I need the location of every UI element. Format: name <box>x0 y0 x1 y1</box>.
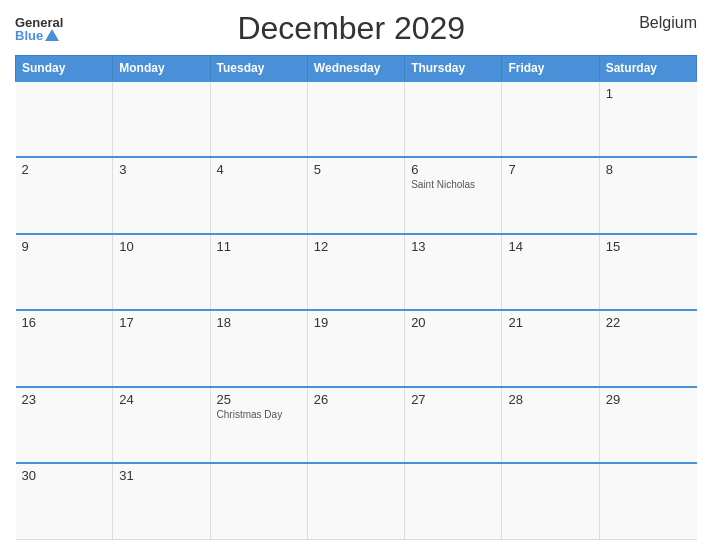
calendar-cell: 17 <box>113 310 210 386</box>
day-number: 4 <box>217 162 301 177</box>
day-number: 20 <box>411 315 495 330</box>
day-number: 12 <box>314 239 398 254</box>
calendar-week-row: 3031 <box>16 463 697 539</box>
event-label: Christmas Day <box>217 409 301 420</box>
calendar-week-row: 1 <box>16 81 697 157</box>
day-number: 9 <box>22 239 107 254</box>
calendar-cell: 10 <box>113 234 210 310</box>
calendar-cell <box>113 81 210 157</box>
calendar-cell: 19 <box>307 310 404 386</box>
calendar-cell <box>307 463 404 539</box>
day-number: 25 <box>217 392 301 407</box>
calendar-cell: 24 <box>113 387 210 463</box>
logo-triangle-icon <box>45 29 59 41</box>
calendar-cell: 21 <box>502 310 599 386</box>
calendar-cell: 30 <box>16 463 113 539</box>
calendar-cell: 29 <box>599 387 696 463</box>
calendar-cell: 2 <box>16 157 113 233</box>
calendar-cell: 1 <box>599 81 696 157</box>
calendar-cell: 4 <box>210 157 307 233</box>
calendar-cell: 12 <box>307 234 404 310</box>
day-number: 30 <box>22 468 107 483</box>
calendar-cell <box>210 463 307 539</box>
calendar-week-row: 232425Christmas Day26272829 <box>16 387 697 463</box>
day-number: 29 <box>606 392 691 407</box>
day-number: 8 <box>606 162 691 177</box>
weekday-header-saturday: Saturday <box>599 56 696 82</box>
day-number: 2 <box>22 162 107 177</box>
calendar-cell: 27 <box>405 387 502 463</box>
day-number: 14 <box>508 239 592 254</box>
calendar-cell <box>210 81 307 157</box>
weekday-header-monday: Monday <box>113 56 210 82</box>
calendar-cell: 5 <box>307 157 404 233</box>
logo-general-text: General <box>15 16 63 29</box>
day-number: 17 <box>119 315 203 330</box>
day-number: 22 <box>606 315 691 330</box>
day-number: 21 <box>508 315 592 330</box>
event-label: Saint Nicholas <box>411 179 495 190</box>
day-number: 13 <box>411 239 495 254</box>
calendar-cell <box>307 81 404 157</box>
calendar-cell: 8 <box>599 157 696 233</box>
day-number: 7 <box>508 162 592 177</box>
day-number: 27 <box>411 392 495 407</box>
calendar-cell: 25Christmas Day <box>210 387 307 463</box>
calendar-week-row: 16171819202122 <box>16 310 697 386</box>
day-number: 5 <box>314 162 398 177</box>
day-number: 26 <box>314 392 398 407</box>
calendar-cell: 18 <box>210 310 307 386</box>
calendar-cell: 20 <box>405 310 502 386</box>
day-number: 16 <box>22 315 107 330</box>
calendar-week-row: 23456Saint Nicholas78 <box>16 157 697 233</box>
calendar-cell: 3 <box>113 157 210 233</box>
calendar-cell: 16 <box>16 310 113 386</box>
calendar-cell: 22 <box>599 310 696 386</box>
calendar-table: SundayMondayTuesdayWednesdayThursdayFrid… <box>15 55 697 540</box>
day-number: 18 <box>217 315 301 330</box>
day-number: 6 <box>411 162 495 177</box>
calendar-cell: 23 <box>16 387 113 463</box>
weekday-header-tuesday: Tuesday <box>210 56 307 82</box>
day-number: 23 <box>22 392 107 407</box>
weekday-header-friday: Friday <box>502 56 599 82</box>
day-number: 11 <box>217 239 301 254</box>
calendar-cell: 9 <box>16 234 113 310</box>
calendar-cell: 6Saint Nicholas <box>405 157 502 233</box>
day-number: 3 <box>119 162 203 177</box>
logo-blue-text: Blue <box>15 29 63 42</box>
weekday-header-sunday: Sunday <box>16 56 113 82</box>
calendar-cell: 31 <box>113 463 210 539</box>
calendar-cell <box>405 463 502 539</box>
day-number: 31 <box>119 468 203 483</box>
calendar-cell: 7 <box>502 157 599 233</box>
day-number: 15 <box>606 239 691 254</box>
calendar-cell <box>599 463 696 539</box>
calendar-title: December 2029 <box>237 10 465 47</box>
calendar-cell: 14 <box>502 234 599 310</box>
day-number: 19 <box>314 315 398 330</box>
calendar-cell: 15 <box>599 234 696 310</box>
calendar-cell <box>405 81 502 157</box>
weekday-header-thursday: Thursday <box>405 56 502 82</box>
calendar-cell: 26 <box>307 387 404 463</box>
day-number: 1 <box>606 86 691 101</box>
calendar-cell: 11 <box>210 234 307 310</box>
calendar-cell <box>502 463 599 539</box>
calendar-cell <box>502 81 599 157</box>
calendar-cell <box>16 81 113 157</box>
calendar-week-row: 9101112131415 <box>16 234 697 310</box>
calendar-cell: 28 <box>502 387 599 463</box>
calendar-header: General Blue December 2029 Belgium <box>15 10 697 47</box>
logo: General Blue <box>15 16 63 42</box>
day-number: 24 <box>119 392 203 407</box>
country-label: Belgium <box>639 14 697 32</box>
day-number: 10 <box>119 239 203 254</box>
day-number: 28 <box>508 392 592 407</box>
weekday-header-wednesday: Wednesday <box>307 56 404 82</box>
weekday-header-row: SundayMondayTuesdayWednesdayThursdayFrid… <box>16 56 697 82</box>
calendar-page: General Blue December 2029 Belgium Sunda… <box>0 0 712 550</box>
calendar-cell: 13 <box>405 234 502 310</box>
